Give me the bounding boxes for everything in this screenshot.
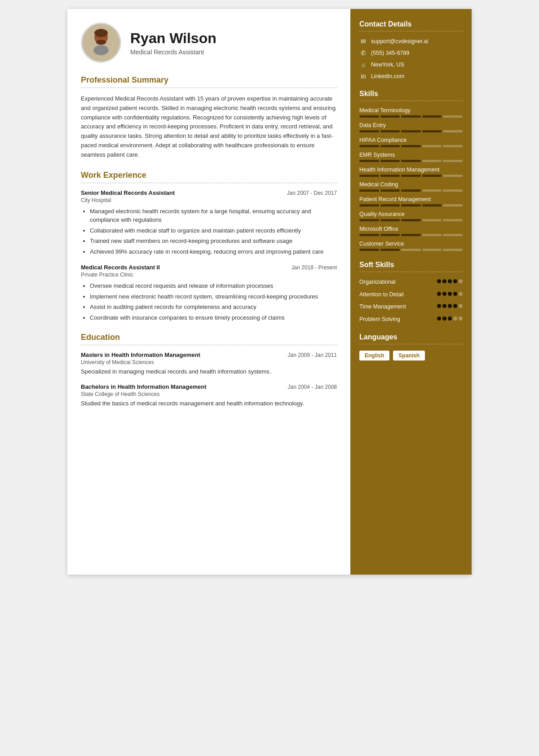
header: Ryan Wilson Medical Records Assistant (81, 22, 337, 63)
edu-degree: Bachelors in Health Information Manageme… (81, 383, 207, 390)
soft-skill-name: Problem Solving (359, 316, 434, 324)
right-column: Contact Details ✉ support@cvdesigner.ai … (350, 9, 472, 575)
skill-bar (359, 145, 463, 147)
job-company: Private Practice Clinic (81, 272, 337, 278)
education-title: Education (81, 333, 337, 342)
svg-point-2 (94, 29, 108, 37)
skill-name: HIPAA Compliance (359, 137, 463, 143)
language-tag: Spanish (393, 351, 425, 360)
contact-title: Contact Details (359, 20, 463, 28)
job-header: Medical Records Assistant II Jan 2018 - … (81, 264, 337, 271)
avatar (81, 22, 121, 63)
skill-name: EMR Systems (359, 152, 463, 158)
soft-skill-item: Attention to Detail (359, 291, 463, 299)
soft-skill-item: Problem Solving (359, 316, 463, 324)
skill-item: EMR Systems (359, 152, 463, 162)
skill-bar (359, 175, 463, 177)
job-company: City Hospital (81, 197, 337, 203)
edu-school: University of Medical Sciences (81, 359, 337, 365)
soft-skills-section: Soft Skills OrganizationalAttention to D… (359, 261, 463, 323)
languages-section: Languages EnglishSpanish (359, 333, 463, 360)
job-item: Senior Medical Records Assistant Jan 200… (81, 189, 337, 256)
education-section: Education Masters in Health Information … (81, 333, 337, 408)
edu-desc: Studied the basics of medical records ma… (81, 399, 337, 408)
skill-bar (359, 189, 463, 192)
phone-icon: ✆ (359, 49, 367, 57)
edu-degree: Masters in Health Information Management (81, 352, 200, 358)
job-bullet: Managed electronic health records system… (90, 207, 337, 224)
soft-skill-dots (437, 316, 463, 321)
edu-school: State College of Health Sciences (81, 391, 337, 397)
work-experience-title: Work Experience (81, 171, 337, 180)
email-icon: ✉ (359, 38, 367, 45)
contact-email-item: ✉ support@cvdesigner.ai (359, 38, 463, 45)
soft-skills-divider (359, 272, 463, 272)
skills-list: Medical TerminologyData EntryHIPAA Compl… (359, 107, 463, 251)
education-divider (81, 345, 337, 345)
summary-divider (81, 88, 337, 88)
languages-list: EnglishSpanish (359, 351, 463, 360)
contact-divider (359, 31, 463, 31)
skill-name: Medical Coding (359, 181, 463, 188)
education-item: Masters in Health Information Management… (81, 352, 337, 376)
summary-section: Professional Summary Experienced Medical… (81, 75, 337, 160)
job-title: Senior Medical Records Assistant (81, 189, 175, 196)
skill-name: Data Entry (359, 122, 463, 128)
skills-divider (359, 101, 463, 101)
skills-title: Skills (359, 90, 463, 98)
edu-header: Bachelors in Health Information Manageme… (81, 383, 337, 390)
contact-linkedin: LinkedIn.com (371, 73, 404, 79)
language-tag: English (359, 351, 389, 360)
soft-skill-dots (437, 278, 463, 283)
job-bullets: Managed electronic health records system… (81, 207, 337, 256)
job-header: Senior Medical Records Assistant Jan 200… (81, 189, 337, 196)
candidate-title: Medical Records Assistant (130, 48, 216, 56)
job-date: Jan 2007 - Dec 2017 (287, 190, 337, 196)
skill-bar (359, 234, 463, 236)
soft-skill-dots (437, 303, 463, 308)
edu-date: Jan 2004 - Jan 2008 (288, 384, 337, 390)
skill-item: Medical Terminology (359, 107, 463, 118)
left-column: Ryan Wilson Medical Records Assistant Pr… (67, 9, 350, 575)
skill-bar (359, 160, 463, 162)
soft-skill-dots (437, 291, 463, 296)
edu-header: Masters in Health Information Management… (81, 352, 337, 358)
job-title: Medical Records Assistant II (81, 264, 160, 271)
languages-title: Languages (359, 333, 463, 341)
job-bullet: Trained new staff members on record-keep… (90, 237, 337, 246)
job-bullet: Coordinate with insurance companies to e… (90, 313, 337, 322)
summary-title: Professional Summary (81, 75, 337, 85)
skill-bar (359, 130, 463, 132)
job-bullet: Assist in auditing patient records for c… (90, 303, 337, 312)
skill-name: Health Information Management (359, 167, 463, 173)
skill-bar (359, 204, 463, 207)
contact-phone-item: ✆ (555) 345-6789 (359, 49, 463, 57)
skill-item: Patient Record Management (359, 196, 463, 207)
languages-divider (359, 344, 463, 344)
contact-location: NewYork, US (371, 62, 404, 68)
skill-item: Data Entry (359, 122, 463, 132)
skill-bar (359, 249, 463, 251)
linkedin-icon: in (359, 73, 367, 80)
contact-phone: (555) 345-6789 (371, 50, 409, 56)
skill-bar (359, 219, 463, 221)
skill-name: Microsoft Office (359, 226, 463, 232)
skill-item: Quality Assurance (359, 211, 463, 221)
contact-location-item: ⌂ NewYork, US (359, 61, 463, 68)
svg-point-3 (96, 40, 106, 44)
candidate-name: Ryan Wilson (130, 30, 216, 47)
edu-date: Jan 2009 - Jan 2011 (288, 352, 337, 358)
contact-email: support@cvdesigner.ai (371, 38, 428, 44)
contact-section: Contact Details ✉ support@cvdesigner.ai … (359, 20, 463, 80)
job-bullet: Achieved 99% accuracy rate in record-kee… (90, 247, 337, 256)
skill-name: Customer Service (359, 241, 463, 247)
job-item: Medical Records Assistant II Jan 2018 - … (81, 264, 337, 322)
soft-skill-item: Time Management (359, 303, 463, 311)
soft-skill-name: Time Management (359, 303, 434, 311)
soft-skill-name: Organizational (359, 278, 434, 286)
soft-skill-item: Organizational (359, 278, 463, 286)
soft-skills-list: OrganizationalAttention to DetailTime Ma… (359, 278, 463, 323)
skill-item: HIPAA Compliance (359, 137, 463, 147)
header-info: Ryan Wilson Medical Records Assistant (130, 30, 216, 56)
work-experience-section: Work Experience Senior Medical Records A… (81, 171, 337, 322)
